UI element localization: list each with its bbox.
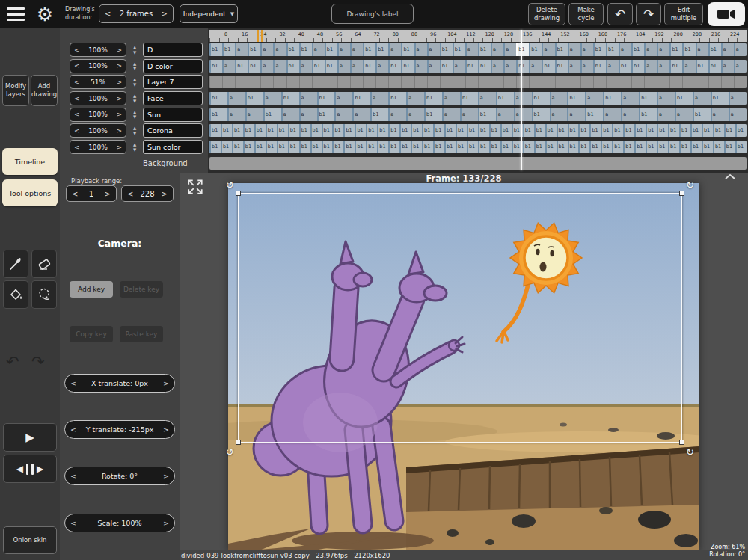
timeline-cell[interactable]: b1 — [589, 124, 601, 137]
timeline-cell[interactable] — [209, 76, 222, 88]
paste-key-button[interactable]: Paste key — [120, 326, 163, 342]
timeline-cell[interactable]: b1 — [568, 124, 579, 137]
layer-reorder-control[interactable]: ▲▼ — [129, 76, 141, 89]
timeline-cell[interactable]: b1 — [669, 60, 682, 73]
timeline-cell[interactable]: b1 — [440, 43, 453, 56]
timeline-cell[interactable]: b1 — [534, 124, 545, 137]
timeline-cell[interactable]: a — [491, 43, 503, 56]
timeline-cell[interactable]: b1 — [281, 92, 299, 105]
timeline-cell[interactable]: a — [503, 60, 516, 73]
timeline-cell[interactable]: b1 — [668, 141, 679, 153]
timeline-cell[interactable]: a — [550, 92, 568, 105]
playback-start-increment[interactable]: > — [99, 190, 116, 198]
camera-view-button[interactable] — [708, 2, 745, 26]
make-cycle-button[interactable]: Make cycle — [568, 3, 604, 25]
timeline-cell[interactable] — [708, 76, 721, 88]
timeline-cell[interactable]: b1 — [690, 124, 702, 137]
timeline-cell[interactable]: b1 — [612, 141, 623, 153]
delete-drawing-button[interactable]: Delete drawing — [528, 3, 565, 25]
timeline-cell[interactable]: b1 — [735, 124, 747, 137]
rotate-handle-bottom-right[interactable]: ↻ — [686, 446, 694, 458]
timeline-cell[interactable] — [734, 76, 747, 88]
timeline-cell[interactable]: a — [414, 60, 427, 73]
timeline-cell[interactable]: a — [514, 92, 532, 105]
timeline-cell[interactable]: a — [585, 92, 603, 105]
fill-tool-button[interactable] — [3, 280, 28, 309]
timeline-cell[interactable] — [375, 76, 388, 88]
timeline-cell[interactable]: a — [299, 60, 312, 73]
timeline-cell[interactable] — [286, 76, 299, 88]
drawings-label-button[interactable]: Drawing's label — [331, 4, 414, 24]
rotate-increment[interactable]: > — [158, 472, 174, 480]
timeline-cell[interactable]: b1 — [370, 108, 388, 121]
timeline-cell[interactable]: a — [606, 60, 619, 73]
timeline-cell[interactable]: b1 — [310, 141, 322, 153]
layer-reorder-control[interactable]: ▲▼ — [129, 108, 141, 121]
timeline-cell[interactable]: b1 — [399, 141, 411, 153]
timeline-cell[interactable]: a — [350, 60, 363, 73]
timeline-cell[interactable]: b1 — [669, 43, 682, 56]
layer-name-field[interactable]: Sun — [143, 108, 203, 122]
timeline-cell[interactable]: b1 — [232, 141, 243, 153]
timeline-cell[interactable] — [555, 76, 568, 88]
timeline-cell[interactable]: b1 — [299, 124, 310, 137]
timeline-cell[interactable]: b1 — [465, 60, 478, 73]
brush-tool-button[interactable] — [3, 250, 28, 278]
timeline-cell[interactable]: b1 — [377, 124, 388, 137]
timeline-cell[interactable]: a — [453, 60, 465, 73]
timeline-cell[interactable]: a — [273, 60, 286, 73]
timeline-cell[interactable]: b1 — [724, 124, 735, 137]
menu-button[interactable] — [4, 5, 27, 23]
timeline-cell[interactable]: b1 — [375, 43, 388, 56]
scale-decrement[interactable]: < — [65, 519, 82, 527]
timeline-cell[interactable]: b1 — [702, 141, 713, 153]
layer-reorder-control[interactable]: ▲▼ — [129, 124, 141, 138]
timeline-cell[interactable]: b1 — [478, 60, 491, 73]
timeline-cell[interactable]: b1 — [578, 124, 589, 137]
lasso-tool-button[interactable] — [31, 280, 57, 309]
timeline-cell[interactable]: a — [337, 60, 350, 73]
timeline-track-background[interactable] — [209, 157, 747, 170]
timeline-cell[interactable]: b1 — [708, 60, 721, 73]
timeline-cell[interactable] — [503, 76, 516, 88]
timeline-cell[interactable]: b1 — [456, 124, 467, 137]
timeline-cell[interactable]: a — [644, 60, 657, 73]
timeline-cell[interactable] — [325, 76, 337, 88]
x-translate-stepper[interactable]: < X translate: 0px > — [64, 374, 175, 393]
timeline-cell[interactable]: b1 — [711, 92, 729, 105]
timeline-cell[interactable]: b1 — [254, 124, 266, 137]
timeline-cell[interactable] — [606, 76, 619, 88]
timeline-cell[interactable]: b1 — [668, 124, 679, 137]
timeline-cell[interactable]: b1 — [478, 108, 496, 121]
timeline-cell[interactable]: b1 — [243, 124, 254, 137]
timeline-cell[interactable]: a — [619, 43, 631, 56]
timeline-cell[interactable] — [273, 76, 286, 88]
timeline-cell[interactable]: a — [312, 43, 325, 56]
timeline-cell[interactable]: b1 — [235, 60, 248, 73]
timeline-cell[interactable]: b1 — [366, 141, 377, 153]
modify-layers-button[interactable]: Modify layers — [2, 75, 29, 106]
timeline-cell[interactable]: b1 — [288, 124, 299, 137]
opacity-decrement[interactable]: < — [70, 95, 84, 102]
timeline-cell[interactable]: b1 — [568, 141, 579, 153]
timeline-cell[interactable]: a — [644, 43, 657, 56]
timeline-cell[interactable]: b1 — [209, 141, 221, 153]
timeline-cell[interactable]: b1 — [322, 141, 333, 153]
timeline-cell[interactable]: b1 — [682, 43, 695, 56]
timeline-track-d-color[interactable]: b1ab1b1aab1ab1b1aab1ab1b1aab1ab1b1aab1ab… — [209, 60, 747, 73]
undo-button-disabled[interactable]: ↶ — [6, 353, 19, 371]
cycle-marker[interactable] — [261, 30, 263, 42]
timeline-cell[interactable] — [260, 76, 273, 88]
timeline-cell[interactable]: b1 — [343, 124, 355, 137]
timeline-cell[interactable]: a — [729, 108, 747, 121]
timeline-cell[interactable] — [248, 76, 260, 88]
timeline-cell[interactable]: b1 — [322, 124, 333, 137]
timeline-cell[interactable]: b1 — [440, 60, 453, 73]
timeline-cell[interactable]: a — [334, 92, 352, 105]
timeline-cell[interactable]: b1 — [401, 60, 414, 73]
timeline-cell[interactable] — [619, 76, 631, 88]
timeline-cell[interactable]: b1 — [555, 60, 568, 73]
playhead[interactable] — [521, 30, 522, 170]
timeline-cell[interactable]: b1 — [516, 60, 529, 73]
layer-name-field[interactable]: Sun color — [143, 140, 203, 154]
